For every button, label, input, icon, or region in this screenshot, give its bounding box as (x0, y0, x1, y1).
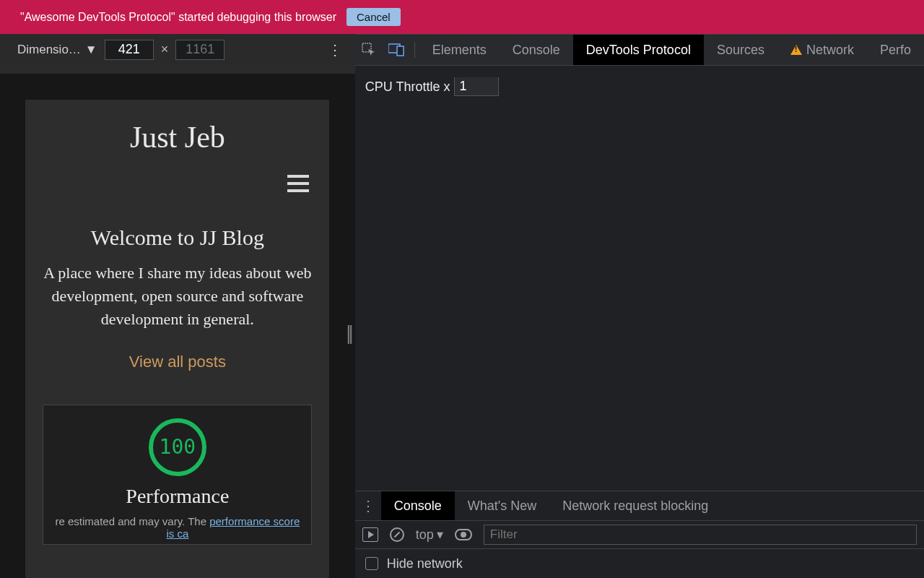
console-drawer: ⋮ Console What's New Network request blo… (355, 491, 924, 578)
resize-handle[interactable]: || (346, 322, 351, 345)
cpu-throttle-label: CPU Throttle x (365, 79, 450, 95)
device-preview-pane: Dimensio… ▼ × ⋮ Just Jeb Welcome to JJ B… (0, 34, 355, 578)
debug-message: "Awesome DevTools Protocol" started debu… (20, 11, 336, 24)
debug-cancel-button[interactable]: Cancel (346, 8, 401, 26)
toggle-device-toolbar-button[interactable] (383, 35, 410, 65)
live-expression-button[interactable] (455, 529, 472, 540)
performance-note: re estimated and may vary. The performan… (51, 515, 304, 540)
tab-elements[interactable]: Elements (419, 35, 500, 65)
console-settings-row: Hide network (355, 549, 924, 578)
tab-network[interactable]: Network (777, 35, 867, 65)
performance-card: 100 Performance re estimated and may var… (43, 405, 312, 545)
drawer-more-button[interactable]: ⋮ (355, 491, 381, 520)
welcome-blurb: A place where I share my ideas about web… (43, 262, 312, 331)
device-toolbar-more-button[interactable]: ⋮ (322, 41, 348, 59)
svg-rect-2 (397, 46, 404, 56)
tab-performance[interactable]: Perfo (867, 35, 924, 65)
performance-title: Performance (51, 485, 304, 508)
tab-sources[interactable]: Sources (704, 35, 777, 65)
console-toolbar: top▾ (355, 520, 924, 549)
hide-network-checkbox[interactable] (365, 557, 378, 570)
cpu-throttle-input[interactable] (454, 77, 499, 96)
rendered-page[interactable]: Just Jeb Welcome to JJ Blog A place wher… (25, 100, 329, 578)
tab-console[interactable]: Console (500, 35, 573, 65)
device-width-input[interactable] (105, 40, 154, 60)
chevron-down-icon: ▼ (85, 43, 97, 57)
drawer-tab-whats-new[interactable]: What's New (455, 491, 549, 520)
device-height-input[interactable] (175, 40, 225, 60)
devtools-pane: Elements Console DevTools Protocol Sourc… (355, 34, 924, 578)
warning-icon (790, 45, 802, 55)
device-toolbar: Dimensio… ▼ × ⋮ (0, 34, 355, 65)
dimension-separator: × (161, 42, 169, 57)
drawer-tab-strip: ⋮ Console What's New Network request blo… (355, 491, 924, 520)
welcome-heading: Welcome to JJ Blog (43, 225, 312, 250)
devtools-protocol-panel: CPU Throttle x (355, 66, 924, 491)
execution-context-selector[interactable]: top▾ (416, 527, 443, 543)
tab-devtools-protocol[interactable]: DevTools Protocol (573, 35, 704, 65)
ruler-top (0, 65, 355, 74)
hamburger-menu-button[interactable] (287, 175, 309, 192)
view-all-posts-link[interactable]: View all posts (129, 353, 226, 371)
site-title: Just Jeb (43, 120, 312, 155)
device-dropdown-label: Dimensio… (17, 43, 81, 57)
clear-console-button[interactable] (390, 527, 404, 542)
device-dimensions-dropdown[interactable]: Dimensio… ▼ (17, 43, 97, 57)
toggle-console-sidebar-button[interactable] (362, 527, 378, 542)
chevron-down-icon: ▾ (437, 527, 443, 543)
devtools-tab-strip: Elements Console DevTools Protocol Sourc… (355, 35, 924, 66)
hide-network-label: Hide network (387, 556, 463, 571)
console-filter-input[interactable] (484, 525, 917, 545)
debug-infobar: "Awesome DevTools Protocol" started debu… (0, 0, 924, 34)
performance-score-ring: 100 (149, 418, 206, 476)
inspect-element-button[interactable] (355, 35, 383, 65)
drawer-tab-console[interactable]: Console (381, 491, 455, 520)
drawer-tab-network-blocking[interactable]: Network request blocking (549, 491, 721, 520)
preview-viewport: Just Jeb Welcome to JJ Blog A place wher… (0, 65, 355, 578)
